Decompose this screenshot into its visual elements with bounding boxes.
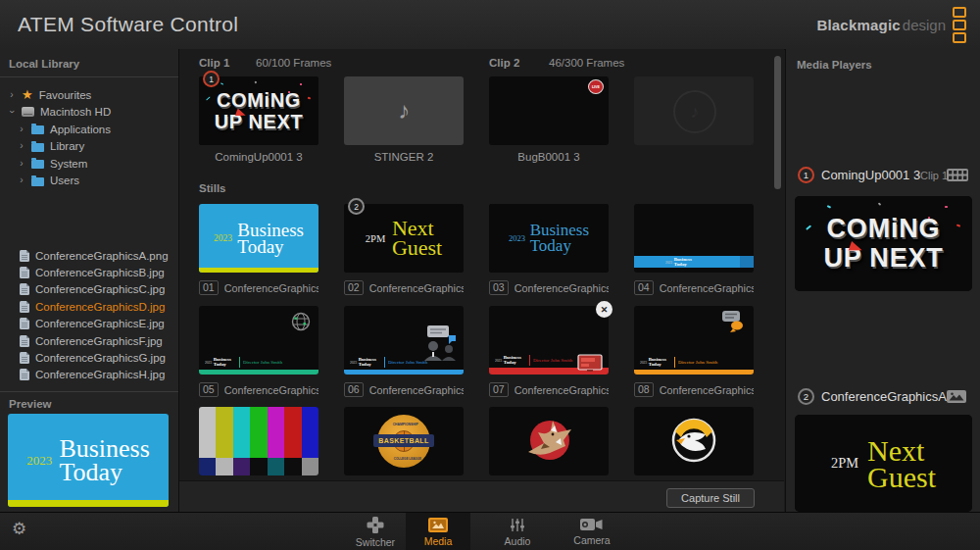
tree-item-library[interactable]: › Library bbox=[0, 138, 178, 156]
empty-audio-slot[interactable]: ♪ bbox=[634, 76, 754, 145]
chevron-right-icon[interactable]: › bbox=[18, 175, 25, 185]
clear-still-icon[interactable]: ✕ bbox=[596, 301, 612, 318]
divider bbox=[0, 76, 178, 77]
still-slot-09[interactable] bbox=[199, 407, 318, 475]
clip1-label: Clip 1 bbox=[199, 57, 229, 69]
file-item[interactable]: ConferenceGraphicsB.jpg bbox=[0, 264, 178, 280]
capture-still-button[interactable]: Capture Still bbox=[666, 488, 755, 508]
tree-item-system[interactable]: › System bbox=[0, 155, 178, 173]
media-player-2-thumbnail[interactable]: 2PM NextGuest bbox=[795, 415, 972, 512]
clip2-slot[interactable]: LIVE bbox=[489, 76, 609, 145]
clip2-thumbnail: LIVE bbox=[489, 76, 609, 145]
still-slot-12[interactable] bbox=[634, 407, 754, 475]
switcher-icon bbox=[365, 517, 386, 533]
file-icon bbox=[20, 301, 29, 313]
clip1-thumbnail: COMiNG UP NEXT bbox=[199, 76, 318, 145]
still-09-thumbnail-color-bars bbox=[199, 407, 318, 475]
media-player-1-thumbnail[interactable]: COMiNG UP NEXT bbox=[795, 196, 972, 291]
still-caption: 07ConferenceGraphics... bbox=[489, 382, 609, 397]
tree-item-label: Library bbox=[50, 140, 84, 152]
tree-item-users[interactable]: › Users bbox=[0, 173, 178, 190]
file-item[interactable]: ConferenceGraphicsA.png bbox=[0, 247, 178, 264]
media-icon bbox=[428, 518, 448, 532]
file-item[interactable]: ConferenceGraphicsC.jpg bbox=[0, 281, 178, 298]
tab-media[interactable]: Media bbox=[406, 513, 470, 550]
file-item[interactable]: ConferenceGraphicsH.jpg bbox=[0, 367, 178, 383]
chevron-right-icon[interactable]: › bbox=[18, 141, 25, 151]
still-slot-07[interactable]: 2023 BusinessToday Director John Smith ✕… bbox=[489, 306, 609, 375]
chevron-right-icon[interactable]: › bbox=[18, 159, 25, 169]
still-slot-03[interactable]: 2023 BusinessToday 03ConferenceGraphics.… bbox=[489, 204, 609, 273]
media-player-2-badge: 2 bbox=[798, 388, 814, 405]
chevron-right-icon[interactable]: › bbox=[8, 90, 16, 100]
file-icon bbox=[20, 369, 29, 380]
file-name: ConferenceGraphicsB.jpg bbox=[35, 267, 165, 278]
local-library-title: Local Library bbox=[9, 58, 79, 70]
tab-switcher[interactable]: Switcher bbox=[338, 513, 413, 550]
still-caption: 06ConferenceGraphics... bbox=[344, 382, 464, 397]
camera-icon bbox=[580, 518, 604, 531]
coming-up-next-artwork: COMiNG UP NEXT bbox=[199, 76, 318, 145]
file-name: ConferenceGraphicsG.jpg bbox=[35, 352, 166, 364]
divider bbox=[0, 391, 178, 392]
clip2-frames: 46/300 Frames bbox=[549, 57, 624, 69]
still-10-thumbnail-basketball: CHAMPIONSHIP BASKETBALL COLLEGE LEAGUE bbox=[344, 407, 464, 475]
still-slot-11[interactable] bbox=[489, 407, 609, 475]
still-06-thumbnail: 2023 BusinessToday Director John Smith bbox=[344, 306, 464, 375]
media-player-2-badge: 2 bbox=[348, 198, 365, 215]
stinger-thumbnail: ♪ bbox=[344, 76, 464, 145]
still-02-thumbnail: 2PM NextGuest bbox=[344, 204, 464, 273]
scrollbar-thumb[interactable] bbox=[774, 56, 781, 189]
star-icon: ★ bbox=[22, 88, 33, 101]
live-bug-badge: LIVE bbox=[588, 79, 604, 94]
media-player-1-source: Clip 1 bbox=[920, 170, 948, 181]
music-note-icon: ♪ bbox=[344, 76, 464, 145]
still-slot-04[interactable]: 2023 BusinessToday 04ConferenceGraphics.… bbox=[634, 204, 754, 273]
still-caption: 01ConferenceGraphics... bbox=[199, 280, 318, 295]
still-12-thumbnail-eagle bbox=[634, 407, 754, 475]
vertical-scrollbar[interactable] bbox=[774, 53, 781, 476]
media-player-1-header[interactable]: 1 ComingUp0001 3 Clip 1 bbox=[786, 167, 980, 184]
tab-label: Camera bbox=[573, 534, 610, 546]
file-icon bbox=[20, 352, 29, 364]
tab-audio[interactable]: Audio bbox=[484, 513, 551, 550]
still-slot-05[interactable]: 2023 BusinessToday Director John Smith 0… bbox=[199, 306, 318, 375]
file-name: ConferenceGraphicsC.jpg bbox=[35, 283, 165, 295]
tree-item-macintosh-hd[interactable]: › Macintosh HD bbox=[0, 104, 178, 122]
music-note-icon: ♪ bbox=[673, 90, 716, 133]
still-slot-06[interactable]: 2023 BusinessToday Director John Smith 0… bbox=[344, 306, 464, 375]
tree-item-label: Applications bbox=[50, 124, 111, 135]
still-slot-02[interactable]: 2PM NextGuest 2 02ConferenceGraphics... bbox=[344, 204, 464, 273]
preview-thumbnail: 2023 BusinessToday bbox=[8, 414, 169, 507]
file-item[interactable]: ConferenceGraphicsG.jpg bbox=[0, 349, 178, 366]
pool-footer: Capture Still bbox=[179, 480, 784, 512]
atem-software-control-window: ATEM Software Control Blackmagic design … bbox=[0, 0, 980, 550]
file-name: ConferenceGraphicsF.jpg bbox=[35, 335, 163, 347]
tab-camera[interactable]: Camera bbox=[558, 513, 626, 550]
media-pool: Clip 1 60/100 Frames Clip 2 46/300 Frame… bbox=[179, 49, 784, 512]
chevron-right-icon[interactable]: › bbox=[18, 125, 25, 134]
tree-item-applications[interactable]: › Applications bbox=[0, 121, 178, 138]
blackmagic-logo: Blackmagic design bbox=[816, 0, 966, 49]
media-player-2-header[interactable]: 2 ConferenceGraphicsA 3 bbox=[786, 388, 980, 406]
file-name: ConferenceGraphicsA.png bbox=[35, 250, 169, 262]
title-bar: ATEM Software Control Blackmagic design bbox=[0, 0, 980, 50]
clip2-caption: BugB0001 3 bbox=[489, 151, 609, 163]
coming-up-next-artwork: COMiNG UP NEXT bbox=[795, 196, 972, 291]
bottom-toolbar: ⚙ Switcher Media bbox=[0, 512, 980, 550]
local-library-panel: Local Library › ★ Favourites › Macintosh… bbox=[0, 49, 179, 512]
clip1-slot[interactable]: COMiNG UP NEXT 1 bbox=[199, 76, 318, 145]
file-icon bbox=[20, 335, 29, 347]
still-slot-08[interactable]: 2023 BusinessToday Director John Smith 0… bbox=[634, 306, 754, 375]
tree-item-favourites[interactable]: › ★ Favourites bbox=[0, 86, 178, 104]
file-item[interactable]: ConferenceGraphicsE.jpg bbox=[0, 316, 178, 332]
still-slot-10[interactable]: CHAMPIONSHIP BASKETBALL COLLEGE LEAGUE bbox=[344, 407, 464, 475]
still-slot-01[interactable]: 2023 BusinessToday 01ConferenceGraphics.… bbox=[199, 204, 318, 273]
stinger-slot[interactable]: ♪ bbox=[344, 76, 464, 145]
file-icon bbox=[20, 318, 29, 329]
file-item-selected[interactable]: ConferenceGraphicsD.jpg bbox=[0, 298, 178, 315]
gear-icon[interactable]: ⚙ bbox=[12, 521, 26, 537]
tree-item-label: Macintosh HD bbox=[40, 106, 111, 118]
chevron-down-icon[interactable]: › bbox=[7, 108, 17, 116]
file-item[interactable]: ConferenceGraphicsF.jpg bbox=[0, 332, 178, 349]
